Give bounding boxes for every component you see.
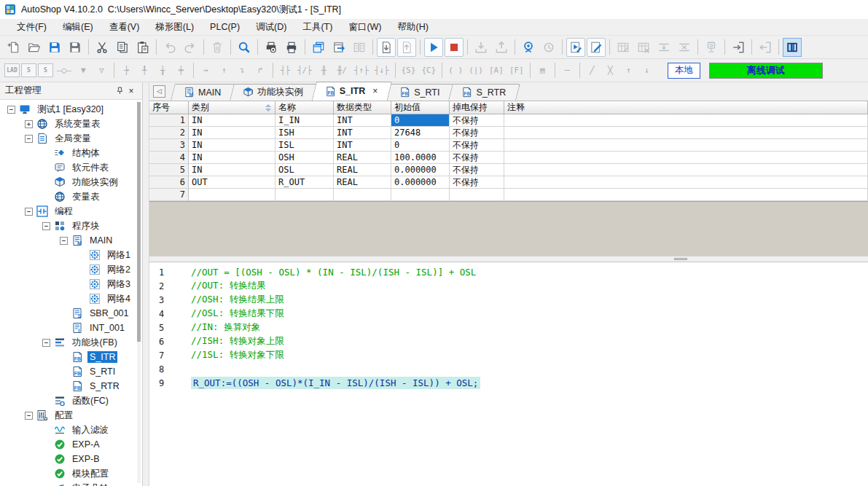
tab-s-rtr[interactable]: S_RTR	[450, 84, 518, 101]
menu-debug[interactable]: 调试(D)	[248, 19, 294, 35]
ladder-tool-25[interactable]: {C}	[419, 62, 438, 79]
panel-view-button[interactable]	[783, 38, 802, 57]
cell-r5-c2[interactable]: R_OUT	[275, 176, 334, 189]
tab-close-icon[interactable]: ×	[372, 86, 378, 96]
cell-r5-c0[interactable]: 6	[149, 176, 189, 189]
cell-r2-c4[interactable]: 0	[391, 139, 450, 152]
window-export-button[interactable]	[329, 38, 348, 57]
col-header-2[interactable]: 名称	[275, 101, 334, 114]
doc-download-button[interactable]	[377, 38, 396, 57]
menu-tools[interactable]: 工具(T)	[294, 19, 340, 35]
cell-r2-c6[interactable]	[504, 139, 868, 152]
cell-r2-c3[interactable]: INT	[334, 139, 391, 152]
ladder-tool-20[interactable]: ╫/	[334, 62, 351, 79]
cell-r1-c1[interactable]: IN	[189, 127, 275, 139]
sidebar-splitter[interactable]	[143, 82, 149, 486]
pin-icon[interactable]	[114, 85, 125, 97]
collapse-icon[interactable]: −	[7, 106, 15, 114]
ladder-tool-37[interactable]: ╳	[602, 62, 619, 79]
ladder-tool-27[interactable]: ( )	[446, 62, 465, 79]
cell-r3-c4[interactable]: 100.0000	[391, 152, 450, 164]
tree-item-25[interactable]: 模块配置	[0, 466, 142, 481]
tab-s-itr[interactable]: S_ITR×	[314, 82, 390, 101]
cell-r0-c4[interactable]: 0	[391, 114, 450, 127]
tree-item-24[interactable]: EXP-B	[0, 452, 142, 466]
rows-merge-button[interactable]	[654, 38, 673, 57]
cell-r5-c5[interactable]: 不保持	[450, 176, 504, 189]
cell-r3-c0[interactable]: 4	[149, 152, 189, 164]
cell-r3-c6[interactable]	[504, 152, 868, 164]
ladder-tool-14[interactable]: ↴	[234, 62, 251, 79]
tree-item-1[interactable]: +系统变量表	[0, 117, 142, 131]
cell-r1-c0[interactable]: 2	[149, 127, 189, 139]
cell-r4-c2[interactable]: OSL	[275, 164, 334, 176]
code-line-1[interactable]: 1//OUT = [(OSH - OSL) * (IN - ISL)/(ISH …	[149, 265, 868, 279]
new-file-button[interactable]	[4, 38, 23, 57]
menu-file[interactable]: 文件(F)	[9, 19, 55, 35]
ladder-tool-3[interactable]: –○–	[55, 62, 74, 79]
tree-item-17[interactable]: S_ITR	[0, 350, 142, 364]
tab-fb-instance[interactable]: 功能块实例	[232, 84, 316, 101]
tray-download-button[interactable]	[472, 38, 490, 57]
tree-item-9[interactable]: −MAIN	[0, 233, 142, 248]
col-header-4[interactable]: 初始值	[391, 101, 450, 114]
cell-r6-c4[interactable]	[391, 189, 450, 201]
cell-r5-c4[interactable]: 0.000000	[391, 176, 450, 189]
cell-r5-c6[interactable]	[504, 176, 868, 189]
ladder-tool-13[interactable]: ↑	[216, 62, 232, 79]
ladder-tool-4[interactable]: ▼	[75, 62, 92, 79]
ladder-tool-19[interactable]: ╫	[316, 62, 332, 79]
ladder-tool-2[interactable]: S	[38, 63, 53, 77]
tree-item-5[interactable]: 功能块实例	[0, 175, 142, 189]
cell-r6-c3[interactable]	[334, 189, 391, 201]
cell-r1-c6[interactable]	[504, 127, 868, 139]
tree-item-3[interactable]: 结构体	[0, 146, 142, 160]
tree-item-13[interactable]: 网络4	[0, 291, 142, 306]
monitor-watch-button[interactable]	[519, 38, 538, 57]
cell-r0-c1[interactable]: IN	[189, 114, 275, 127]
tree-item-7[interactable]: −编程	[0, 204, 142, 219]
cell-r2-c1[interactable]: IN	[189, 139, 275, 152]
door-in-button[interactable]	[729, 38, 748, 57]
cell-r0-c6[interactable]	[504, 114, 868, 127]
tree-item-11[interactable]: 网络2	[0, 262, 142, 277]
cell-r6-c6[interactable]	[504, 189, 868, 201]
save-all-button[interactable]	[66, 38, 85, 57]
copy-button[interactable]	[113, 38, 132, 57]
doc-upload-button[interactable]	[397, 38, 416, 57]
grid-delete-button[interactable]	[634, 38, 653, 57]
ladder-tool-24[interactable]: {S}	[399, 62, 418, 79]
sidebar-scrollbar-thumb[interactable]	[137, 102, 141, 342]
menu-edit[interactable]: 编辑(E)	[55, 19, 101, 35]
find-button[interactable]	[235, 38, 254, 57]
code-line-6[interactable]: 6//ISH: 转换对象上限	[149, 334, 868, 348]
print-preview-button[interactable]	[262, 38, 281, 57]
expand-icon[interactable]: +	[25, 120, 33, 128]
play-button[interactable]	[424, 38, 443, 57]
paste-button[interactable]	[133, 38, 152, 57]
ladder-tool-22[interactable]: ┤↓├	[372, 62, 391, 79]
code-line-9[interactable]: 9R_OUT:=((OSH - OSL)*(I_IN - ISL)/(ISH -…	[149, 376, 868, 390]
sort-icons[interactable]	[265, 104, 271, 111]
tab-scroll-left-icon[interactable]: ◁	[153, 85, 165, 98]
delete-button[interactable]	[208, 38, 227, 57]
cell-r4-c3[interactable]: REAL	[334, 164, 391, 176]
tree-item-0[interactable]: −测试1 [Easy320]	[0, 102, 142, 117]
ladder-tool-7[interactable]: ┾	[118, 62, 135, 79]
cell-r1-c3[interactable]: INT	[334, 127, 391, 139]
horizontal-splitter[interactable]	[149, 256, 868, 262]
window-compare-button[interactable]	[350, 38, 369, 57]
code-line-8[interactable]: 8	[149, 362, 868, 376]
edit-run-button[interactable]	[566, 38, 585, 57]
cell-r5-c1[interactable]: OUT	[189, 176, 275, 189]
cell-r0-c2[interactable]: I_IN	[275, 114, 334, 127]
tree-item-4[interactable]: 软元件表	[0, 160, 142, 175]
tab-main[interactable]: MAIN	[173, 84, 233, 101]
tree-item-26[interactable]: 电子凸轮	[0, 481, 142, 486]
cell-r3-c3[interactable]: REAL	[334, 152, 391, 164]
ladder-tool-36[interactable]: ╱	[584, 62, 601, 79]
ladder-tool-12[interactable]: →	[198, 62, 214, 79]
ladder-tool-29[interactable]: [A]	[487, 62, 506, 79]
ladder-tool-9[interactable]: ╁	[155, 62, 171, 79]
menu-plc[interactable]: PLC(P)	[202, 19, 248, 35]
